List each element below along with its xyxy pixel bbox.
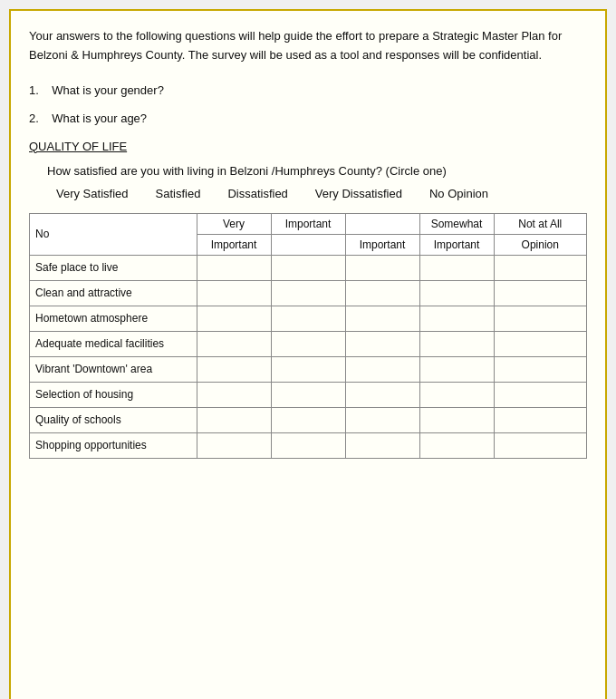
cell-shopping-2 bbox=[271, 432, 345, 458]
importance-table: No Very Important Somewhat Not at All Im… bbox=[29, 213, 587, 459]
table-row: Safe place to live bbox=[30, 255, 587, 280]
header-col-label: No bbox=[30, 213, 197, 255]
question-1-number: 1. bbox=[29, 83, 39, 97]
cell-medical-5 bbox=[494, 331, 587, 356]
cell-hometown-4 bbox=[419, 306, 494, 331]
cell-medical-3 bbox=[345, 331, 419, 356]
cell-clean-4 bbox=[419, 280, 494, 306]
header-important-bottom2: Important bbox=[419, 234, 494, 255]
cell-shopping-3 bbox=[345, 432, 419, 458]
header-empty-bottom bbox=[271, 234, 345, 255]
satisfaction-option-very-dissatisfied: Very Dissatisfied bbox=[315, 187, 402, 200]
cell-downtown-1 bbox=[197, 356, 271, 382]
table-row: Shopping opportunities bbox=[30, 432, 587, 458]
table-row: Clean and attractive bbox=[30, 280, 587, 306]
intro-text: Your answers to the following questions … bbox=[29, 27, 587, 65]
row-label-clean: Clean and attractive bbox=[30, 280, 197, 306]
cell-hometown-1 bbox=[197, 306, 271, 331]
header-opinion-bottom: Opinion bbox=[494, 234, 587, 255]
question-2: 2. What is your age? bbox=[29, 112, 587, 125]
row-label-shopping: Shopping opportunities bbox=[30, 432, 197, 458]
cell-housing-2 bbox=[271, 382, 345, 407]
cell-medical-4 bbox=[419, 331, 494, 356]
cell-clean-1 bbox=[197, 280, 271, 306]
section-title: QUALITY OF LIFE bbox=[29, 140, 587, 153]
cell-safe-2 bbox=[271, 255, 345, 280]
cell-clean-3 bbox=[345, 280, 419, 306]
cell-safe-5 bbox=[494, 255, 587, 280]
row-label-schools: Quality of schools bbox=[30, 407, 197, 432]
table-row: Adequate medical facilities bbox=[30, 331, 587, 356]
table-header-row-1: No Very Important Somewhat Not at All bbox=[30, 213, 587, 234]
cell-schools-5 bbox=[494, 407, 587, 432]
row-label-housing: Selection of housing bbox=[30, 382, 197, 407]
cell-clean-5 bbox=[494, 280, 587, 306]
cell-schools-3 bbox=[345, 407, 419, 432]
question-2-number: 2. bbox=[29, 112, 39, 125]
cell-housing-5 bbox=[494, 382, 587, 407]
cell-hometown-2 bbox=[271, 306, 345, 331]
satisfaction-option-dissatisfied: Dissatisfied bbox=[227, 187, 287, 200]
cell-housing-4 bbox=[419, 382, 494, 407]
header-important-bottom: Important bbox=[197, 234, 271, 255]
cell-shopping-4 bbox=[419, 432, 494, 458]
cell-housing-1 bbox=[197, 382, 271, 407]
header-very: Very bbox=[197, 213, 271, 234]
cell-downtown-4 bbox=[419, 356, 494, 382]
cell-hometown-5 bbox=[494, 306, 587, 331]
cell-schools-1 bbox=[197, 407, 271, 432]
header-not-at-all: Not at All bbox=[494, 213, 587, 234]
cell-safe-1 bbox=[197, 255, 271, 280]
cell-schools-2 bbox=[271, 407, 345, 432]
cell-downtown-3 bbox=[345, 356, 419, 382]
table-row: Vibrant 'Downtown' area bbox=[30, 356, 587, 382]
row-label-medical: Adequate medical facilities bbox=[30, 331, 197, 356]
satisfaction-question: How satisfied are you with living in Bel… bbox=[29, 164, 587, 178]
header-important-top: Important bbox=[271, 213, 345, 234]
cell-shopping-1 bbox=[197, 432, 271, 458]
table-row: Hometown atmosphere bbox=[30, 306, 587, 331]
cell-safe-3 bbox=[345, 255, 419, 280]
header-somewhat: Somewhat bbox=[419, 213, 494, 234]
cell-housing-3 bbox=[345, 382, 419, 407]
cell-downtown-5 bbox=[494, 356, 587, 382]
satisfaction-option-very-satisfied: Very Satisfied bbox=[56, 187, 129, 200]
cell-safe-4 bbox=[419, 255, 494, 280]
satisfaction-options: Very Satisfied Satisfied Dissatisfied Ve… bbox=[29, 187, 587, 200]
cell-clean-2 bbox=[271, 280, 345, 306]
question-1-text: What is your gender? bbox=[52, 83, 164, 97]
cell-shopping-5 bbox=[494, 432, 587, 458]
row-label-safe: Safe place to live bbox=[30, 255, 197, 280]
table-row: Selection of housing bbox=[30, 382, 587, 407]
header-empty-top bbox=[345, 213, 419, 234]
satisfaction-option-satisfied: Satisfied bbox=[156, 187, 201, 200]
row-label-downtown: Vibrant 'Downtown' area bbox=[30, 356, 197, 382]
cell-schools-4 bbox=[419, 407, 494, 432]
table-row: Quality of schools bbox=[30, 407, 587, 432]
header-important-mid: Important bbox=[345, 234, 419, 255]
cell-hometown-3 bbox=[345, 306, 419, 331]
row-label-hometown: Hometown atmosphere bbox=[30, 306, 197, 331]
satisfaction-option-no-opinion: No Opinion bbox=[429, 187, 488, 200]
page-container: Your answers to the following questions … bbox=[9, 9, 607, 699]
cell-medical-2 bbox=[271, 331, 345, 356]
question-2-text: What is your age? bbox=[52, 112, 147, 125]
cell-downtown-2 bbox=[271, 356, 345, 382]
cell-medical-1 bbox=[197, 331, 271, 356]
question-1: 1. What is your gender? bbox=[29, 83, 587, 97]
